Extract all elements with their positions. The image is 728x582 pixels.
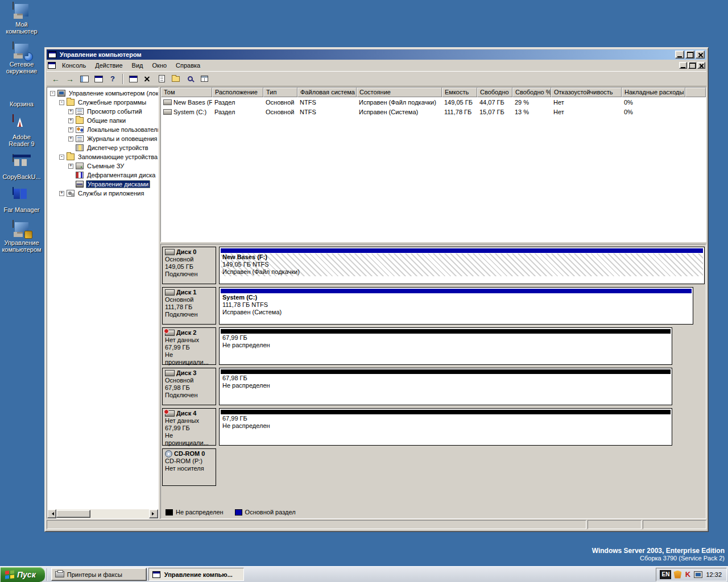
- menu-console[interactable]: Консоль: [58, 61, 90, 70]
- desktop-icon-adobe-reader[interactable]: Adobe Reader 9: [1, 115, 42, 147]
- tree-item-computer-management[interactable]: - Управление компьютером (локал: [48, 89, 158, 98]
- scroll-right-button[interactable]: [149, 509, 158, 518]
- windows-flag-icon: [5, 570, 14, 579]
- export-list-button[interactable]: [92, 73, 105, 85]
- column-header-filesystem[interactable]: Файловая система: [297, 88, 357, 97]
- mdi-close-button[interactable]: [697, 62, 705, 69]
- disk-graphical-view: Диск 0 Основной 149,05 ГБ Подключен New …: [160, 244, 706, 519]
- tree-item-removable-storage[interactable]: + Съемные ЗУ: [48, 161, 158, 171]
- security-shield-icon[interactable]: [673, 571, 681, 579]
- maximize-button[interactable]: [685, 51, 694, 59]
- expand-icon[interactable]: +: [68, 127, 73, 132]
- column-header-status[interactable]: Состояние: [357, 88, 442, 97]
- network-status-icon[interactable]: [694, 571, 702, 578]
- disk-0-info[interactable]: Диск 0 Основной 149,05 ГБ Подключен: [162, 247, 216, 284]
- forward-button[interactable]: →: [63, 73, 77, 85]
- back-button[interactable]: ←: [49, 73, 63, 85]
- tree-item-event-viewer[interactable]: + Просмотр событий: [48, 107, 158, 116]
- tree-item-defragmenter[interactable]: Дефрагментация диска: [48, 171, 158, 180]
- title-bar[interactable]: Управление компьютером: [47, 49, 706, 60]
- taskbar-clock[interactable]: 12:32: [705, 571, 722, 578]
- scrollbar-thumb[interactable]: [56, 510, 90, 518]
- expand-icon[interactable]: +: [68, 164, 73, 169]
- refresh-button[interactable]: [126, 73, 140, 85]
- antivirus-icon[interactable]: K: [684, 571, 692, 579]
- menu-action[interactable]: Действие: [91, 61, 126, 70]
- menu-view[interactable]: Вид: [128, 61, 147, 70]
- column-header-volume[interactable]: Том: [161, 88, 212, 97]
- column-header-free-pct[interactable]: Свободно %: [512, 88, 551, 97]
- printer-icon: [55, 571, 64, 577]
- mdi-minimize-button[interactable]: [679, 62, 687, 69]
- status-panel-grip: [643, 520, 706, 529]
- task-button-printers[interactable]: Принтеры и факсы: [51, 568, 147, 581]
- collapse-icon[interactable]: -: [59, 155, 64, 160]
- desktop-icon-recycle-bin[interactable]: Корзина: [1, 82, 42, 107]
- minimize-button[interactable]: [675, 51, 684, 59]
- disk-2-info[interactable]: Диск 2 Нет данных 67,99 ГБ Не проинициал…: [162, 327, 216, 365]
- tree-item-device-manager[interactable]: Диспетчер устройств: [48, 143, 158, 152]
- tree-item-shared-folders[interactable]: + Общие папки: [48, 116, 158, 125]
- tree-item-system-tools[interactable]: - Служебные программы: [48, 98, 158, 107]
- unallocated-space[interactable]: 67,99 ГБ Не распределен: [219, 327, 672, 365]
- help-button[interactable]: ?: [106, 73, 119, 85]
- views-button[interactable]: [197, 73, 211, 85]
- column-header-type[interactable]: Тип: [263, 88, 297, 97]
- task-button-computer-management[interactable]: Управление компью...: [148, 568, 244, 581]
- unallocated-space[interactable]: 67,99 ГБ Не распределен: [219, 408, 672, 446]
- views-grid-icon: [201, 76, 208, 82]
- unallocated-space[interactable]: 67,98 ГБ Не распределен: [219, 368, 672, 405]
- cdrom-info[interactable]: CD-ROM 0 CD-ROM (P:) Нет носителя: [162, 448, 216, 486]
- desktop-icon-copybackup[interactable]: CopyBackU...: [1, 155, 42, 180]
- column-header-free[interactable]: Свободно: [477, 88, 512, 97]
- volume-row-c[interactable]: System (C:) Раздел Основной NTFS Исправе…: [161, 107, 706, 117]
- find-button[interactable]: [183, 73, 197, 85]
- menu-help[interactable]: Справка: [172, 61, 204, 70]
- expand-icon[interactable]: +: [68, 136, 73, 142]
- properties-button[interactable]: [155, 73, 168, 85]
- desktop-icon-my-computer[interactable]: Мой компьютер: [1, 2, 42, 35]
- disk-icon: [165, 289, 175, 296]
- scroll-right-icon: [152, 512, 156, 516]
- tree-item-local-users[interactable]: + Локальные пользователи: [48, 125, 158, 134]
- partition-color-band: [221, 248, 703, 253]
- scroll-left-button[interactable]: [47, 509, 56, 518]
- disk-3-info[interactable]: Диск 3 Основной 67,98 ГБ Подключен: [162, 368, 216, 405]
- expand-icon[interactable]: +: [59, 191, 64, 196]
- partition-c[interactable]: System (C:) 111,78 ГБ NTFS Исправен (Сис…: [219, 287, 693, 325]
- legend-primary-partition: Основной раздел: [235, 509, 296, 516]
- disk-4-info[interactable]: Диск 4 Нет данных 67,99 ГБ Не проинициал…: [162, 408, 216, 446]
- delete-button[interactable]: [140, 73, 154, 85]
- close-button[interactable]: [696, 51, 705, 59]
- column-header-fault-tolerance[interactable]: Отказоустойчивость: [551, 88, 622, 97]
- column-header-capacity[interactable]: Емкость: [442, 88, 477, 97]
- partition-f[interactable]: New Bases (F:) 149,05 ГБ NTFS Исправен (…: [219, 247, 705, 284]
- volume-list: Том Расположение Тип Файловая система Со…: [160, 87, 706, 242]
- tree-item-storage[interactable]: - Запоминающие устройства: [48, 152, 158, 161]
- horizontal-scrollbar[interactable]: [47, 509, 158, 518]
- expand-icon[interactable]: +: [68, 109, 73, 114]
- collapse-icon[interactable]: -: [50, 91, 55, 96]
- expand-icon[interactable]: +: [68, 118, 73, 123]
- mdi-restore-button[interactable]: [688, 62, 696, 69]
- tree-item-services[interactable]: + Службы и приложения: [48, 189, 158, 198]
- volume-row-f[interactable]: New Bases (F:) Раздел Основной NTFS Испр…: [161, 97, 706, 107]
- tree-item-disk-management[interactable]: Управление дисками: [48, 180, 158, 189]
- disk-1-info[interactable]: Диск 1 Основной 111,78 ГБ Подключен: [162, 287, 216, 325]
- scrollbar-track[interactable]: [90, 509, 149, 518]
- desktop-icon-far-manager[interactable]: Far Manager: [1, 188, 42, 213]
- language-indicator[interactable]: EN: [660, 570, 671, 579]
- start-button[interactable]: Пуск: [1, 567, 45, 582]
- collapse-icon[interactable]: -: [59, 100, 64, 105]
- column-header-layout[interactable]: Расположение: [212, 88, 263, 97]
- disk-row-2: Диск 2 Нет данных 67,99 ГБ Не проинициал…: [162, 327, 705, 365]
- device-manager-icon: [76, 144, 84, 151]
- tree-item-performance-logs[interactable]: + Журналы и оповещения пр: [48, 134, 158, 143]
- open-button[interactable]: [169, 73, 183, 85]
- column-header-overhead[interactable]: Накладные расходы: [622, 88, 685, 97]
- desktop-icon-label: Управление компьютером: [2, 239, 42, 253]
- desktop-icon-computer-management[interactable]: Управление компьютером: [1, 221, 42, 253]
- menu-window[interactable]: Окно: [148, 61, 171, 70]
- desktop-icon-network[interactable]: Сетевое окружение: [1, 42, 42, 74]
- show-tree-button[interactable]: [77, 73, 91, 85]
